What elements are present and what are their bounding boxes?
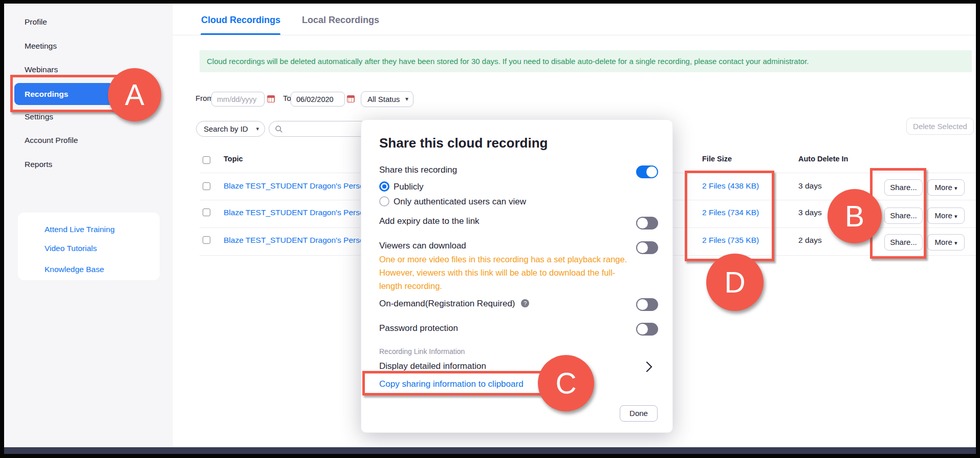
caret-down-icon: ▾ xyxy=(954,213,957,219)
auto-delete-notice-banner: Cloud recordings will be deleted automat… xyxy=(200,50,972,72)
recording-link-info-label: Recording Link Information xyxy=(379,347,465,356)
search-icon xyxy=(275,125,283,133)
status-filter-value: All Status xyxy=(367,95,400,103)
on-demand-label: On-demand(Registration Required) ? xyxy=(379,298,529,309)
auto-delete-value: 3 days xyxy=(798,181,822,191)
column-header-topic: Topic xyxy=(224,154,243,164)
link-knowledge-base[interactable]: Knowledge Base xyxy=(45,262,104,277)
calendar-icon[interactable] xyxy=(267,95,275,102)
annotation-circle-d: D xyxy=(706,254,764,311)
annotation-circle-a: A xyxy=(108,68,161,121)
from-label: From xyxy=(195,91,213,106)
viewers-download-label: Viewers can download xyxy=(379,240,466,252)
authenticated-users-label[interactable]: Only authenticated users can view xyxy=(394,196,526,207)
frame-bottom-bar xyxy=(4,447,976,454)
sidebar-item-reports[interactable]: Reports xyxy=(25,157,52,172)
more-button-label: More xyxy=(935,183,952,192)
expiry-date-label: Add expiry date to the link xyxy=(379,216,480,227)
playback-warning-line: However, viewers with this link will be … xyxy=(379,266,615,279)
password-protection-label: Password protection xyxy=(379,323,458,334)
recording-topic-link[interactable]: Blaze TEST_STUDENT Dragon's Persona xyxy=(224,235,373,245)
to-label: To xyxy=(283,91,291,106)
chevron-down-icon: ▾ xyxy=(405,92,408,107)
auto-delete-value: 2 days xyxy=(798,235,822,245)
to-date-input[interactable] xyxy=(291,92,345,107)
annotation-circle-c: C xyxy=(538,355,594,411)
recording-topic-link[interactable]: Blaze TEST_STUDENT Dragon's Persona xyxy=(224,207,373,218)
annotation-box-d xyxy=(685,171,774,261)
share-recording-toggle[interactable] xyxy=(636,165,658,178)
sidebar-item-profile[interactable]: Profile xyxy=(25,15,47,29)
playback-warning-line: length recording. xyxy=(379,279,442,293)
row-checkbox[interactable] xyxy=(203,182,210,190)
link-video-tutorials[interactable]: Video Tutorials xyxy=(45,241,97,256)
from-date-input[interactable] xyxy=(211,92,265,107)
row-checkbox[interactable] xyxy=(203,236,210,244)
link-attend-live-training[interactable]: Attend Live Training xyxy=(45,222,115,237)
publicly-radio[interactable] xyxy=(379,181,389,192)
authenticated-users-radio[interactable] xyxy=(379,196,389,206)
recording-topic-link[interactable]: Blaze TEST_STUDENT Dragon's Persona xyxy=(224,181,373,191)
more-button-label: More xyxy=(935,211,952,220)
row-checkbox[interactable] xyxy=(203,209,210,216)
status-filter-select[interactable]: All Status ▾ xyxy=(361,91,413,107)
auto-delete-value: 3 days xyxy=(798,207,822,218)
display-detail-label[interactable]: Display detailed information xyxy=(379,361,486,372)
annotation-box-a xyxy=(10,75,119,112)
column-header-file-size: File Size xyxy=(702,154,732,164)
tab-row-divider xyxy=(173,35,976,35)
more-button[interactable]: More ▾ xyxy=(927,234,965,251)
column-header-auto-delete: Auto Delete In xyxy=(798,154,848,164)
tab-local-recordings[interactable]: Local Recordings xyxy=(302,14,379,26)
search-by-value: Search by ID xyxy=(197,124,248,133)
caret-down-icon: ▾ xyxy=(256,121,259,136)
publicly-label[interactable]: Publicly xyxy=(394,181,424,193)
password-protection-toggle[interactable] xyxy=(636,323,658,336)
on-demand-toggle[interactable] xyxy=(636,298,658,311)
sidebar-item-account-profile[interactable]: Account Profile xyxy=(25,133,78,148)
annotation-box-c xyxy=(362,371,553,395)
annotation-circle-b: B xyxy=(827,189,882,243)
help-icon[interactable]: ? xyxy=(521,299,529,307)
modal-title: Share this cloud recording xyxy=(379,135,548,151)
tab-cloud-recordings[interactable]: Cloud Recordings xyxy=(201,14,280,26)
caret-down-icon: ▾ xyxy=(954,185,957,191)
search-by-select[interactable]: Search by ID ▾ xyxy=(196,121,265,137)
viewers-download-toggle[interactable] xyxy=(636,241,658,254)
on-demand-text: On-demand(Registration Required) xyxy=(379,299,515,308)
more-button[interactable]: More ▾ xyxy=(927,179,965,196)
sidebar-quick-links-card: Attend Live Training Video Tutorials Kno… xyxy=(18,213,160,280)
select-all-checkbox[interactable] xyxy=(203,156,210,164)
more-button[interactable]: More ▾ xyxy=(927,207,965,224)
done-button[interactable]: Done xyxy=(620,405,658,422)
sidebar-item-meetings[interactable]: Meetings xyxy=(25,39,57,53)
playback-warning-line: One or more video files in this recordin… xyxy=(379,253,627,266)
chevron-right-icon[interactable] xyxy=(646,361,652,372)
sidebar: Profile Meetings Webinars Recordings Set… xyxy=(4,4,173,447)
more-button-label: More xyxy=(935,238,952,246)
screenshot-frame: Profile Meetings Webinars Recordings Set… xyxy=(0,0,980,458)
calendar-icon[interactable] xyxy=(347,95,355,102)
delete-selected-button[interactable]: Delete Selected xyxy=(906,118,974,135)
share-recording-label: Share this recording xyxy=(379,164,457,176)
caret-down-icon: ▾ xyxy=(954,240,957,246)
expiry-date-toggle[interactable] xyxy=(636,217,658,230)
